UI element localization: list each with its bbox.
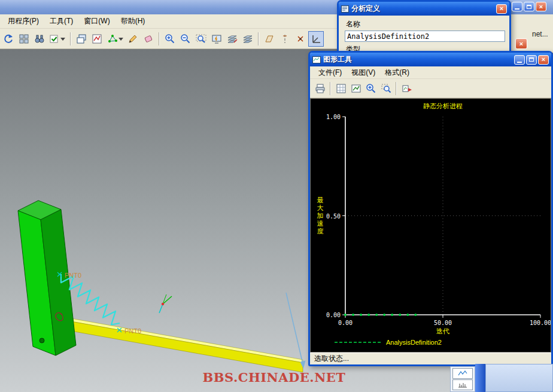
graph-options-button[interactable]: [348, 81, 363, 96]
csys-icon: [311, 34, 321, 44]
pencil-icon: [127, 34, 138, 44]
analysis-dialog-close-button[interactable]: ×: [496, 4, 507, 14]
plot-button[interactable]: [89, 31, 105, 47]
datum-point-toggle[interactable]: [293, 31, 308, 47]
main-minimize-button[interactable]: [512, 2, 522, 11]
svg-text:1.00: 1.00: [326, 114, 341, 120]
toolbar-separator: [330, 82, 331, 95]
svg-text:加: 加: [317, 212, 324, 219]
graph-menu-view[interactable]: 视图(V): [347, 66, 380, 79]
layers-edit-icon: [227, 34, 238, 44]
graph-window-icon: [312, 56, 321, 63]
svg-text:0.00: 0.00: [326, 312, 341, 318]
selection-filter-dropdown[interactable]: [47, 31, 68, 47]
sketch-button[interactable]: [125, 31, 141, 47]
datum-plane-toggle[interactable]: [262, 31, 277, 47]
beam-part[interactable]: [57, 316, 303, 372]
grid-toggle-button[interactable]: [333, 81, 348, 96]
svg-text:静态分析进程: 静态分析进程: [423, 102, 463, 110]
connections-dropdown[interactable]: [105, 31, 125, 47]
dialog-icon: [341, 5, 349, 13]
svg-text:0.00: 0.00: [338, 320, 353, 326]
analysis-dialog-titlebar[interactable]: 分析定义 ×: [339, 2, 509, 16]
graph-export-button[interactable]: [399, 81, 414, 96]
svg-text:速: 速: [317, 220, 324, 227]
new-window-button[interactable]: [74, 31, 89, 47]
nodes-icon: [107, 34, 123, 44]
graph-tool-window: 图形工具 × 文件(F) 视图(V) 格式(R) 静态分析进程0.000.501…: [308, 51, 553, 366]
status-text: 选取状态...: [314, 354, 349, 364]
main-restore-button[interactable]: [524, 2, 534, 11]
zoom-in-button[interactable]: [162, 31, 178, 47]
chart-area: 静态分析进程0.000.501.000.0050.00100.00迭代最大加速度…: [310, 98, 551, 353]
window-edge-strip: [475, 364, 485, 392]
svg-text:50.00: 50.00: [434, 320, 452, 326]
menu-help[interactable]: 帮助(H): [116, 14, 151, 28]
zoom-out-button[interactable]: [178, 31, 193, 47]
layers-button[interactable]: [240, 31, 256, 47]
main-window-controls: ×: [512, 2, 546, 11]
toolbar-separator: [258, 32, 259, 45]
grid-icon: [336, 83, 347, 94]
zoom-fit-button[interactable]: [193, 31, 209, 47]
zoom-fit-icon: [196, 34, 206, 44]
windows-icon: [19, 34, 29, 44]
graph-maximize-button[interactable]: [526, 55, 537, 65]
main-close-button[interactable]: ×: [536, 2, 546, 11]
print-button[interactable]: [312, 81, 327, 96]
graph-window-titlebar[interactable]: 图形工具 ×: [310, 53, 551, 66]
analysis-progress-chart: 静态分析进程0.000.501.000.0050.00100.00迭代最大加速度…: [311, 99, 551, 352]
svg-text:最: 最: [317, 196, 324, 203]
mini-toolbar-panel: [450, 366, 475, 392]
svg-text:度: 度: [317, 227, 324, 235]
regenerate-icon: [3, 34, 14, 44]
datum-axis-toggle[interactable]: [277, 31, 293, 47]
graph-menu-format[interactable]: 格式(R): [380, 66, 414, 79]
pnt0-upper-label: PNT0: [65, 272, 81, 279]
toolbar-separator: [159, 32, 160, 45]
curve-icon: [458, 370, 467, 377]
graph-close-button[interactable]: ×: [538, 55, 549, 65]
csys-toggle[interactable]: [308, 31, 324, 47]
windows-button[interactable]: [16, 31, 32, 47]
layers-icon: [242, 34, 253, 44]
search-button[interactable]: [32, 31, 47, 47]
eraser-icon: [143, 34, 154, 44]
graph-menu-file[interactable]: 文件(F): [314, 66, 347, 79]
plot-icon: [92, 34, 102, 44]
pnt0-lower-label: PNT0: [124, 327, 141, 335]
datum-point-icon: [295, 34, 306, 44]
graph-zoom-region-button[interactable]: [378, 81, 393, 96]
zoom-region-icon: [381, 83, 391, 94]
graph-options-icon: [351, 83, 361, 94]
background-dialog-fragment: net... ×: [510, 14, 553, 53]
erase-button[interactable]: [141, 31, 156, 47]
graph-menubar: 文件(F) 视图(V) 格式(R): [310, 66, 551, 79]
csys-triad: [159, 294, 172, 313]
print-icon: [315, 83, 326, 94]
mini-curve-button[interactable]: [452, 368, 473, 379]
graph-minimize-button[interactable]: [514, 55, 525, 65]
menu-application[interactable]: 用程序(P): [2, 14, 44, 28]
zoom-in-icon: [366, 83, 376, 94]
graph-window-title: 图形工具: [323, 54, 512, 65]
regenerate-button[interactable]: [1, 31, 16, 47]
repaint-icon: [211, 34, 222, 44]
svg-text:100.00: 100.00: [530, 320, 551, 326]
graph-zoom-in-button[interactable]: [363, 81, 378, 96]
fragment-close-button[interactable]: ×: [515, 38, 527, 49]
repaint-button[interactable]: [209, 31, 224, 47]
mini-histogram-button[interactable]: [452, 379, 473, 390]
export-icon: [402, 83, 412, 94]
histogram-icon: [458, 381, 467, 388]
watermark: BBS.CHINADE.NET: [203, 370, 346, 385]
toolbar-separator: [396, 82, 397, 95]
menu-window[interactable]: 窗口(W): [78, 14, 115, 28]
analysis-name-input[interactable]: [345, 31, 505, 42]
layer-edit-button[interactable]: [224, 31, 240, 47]
zoom-out-icon: [180, 34, 191, 44]
graph-toolbar: [310, 79, 551, 98]
menu-tools[interactable]: 工具(T): [44, 14, 78, 28]
block-hole: [40, 338, 44, 343]
svg-text:AnalysisDefinition2: AnalysisDefinition2: [386, 339, 442, 346]
